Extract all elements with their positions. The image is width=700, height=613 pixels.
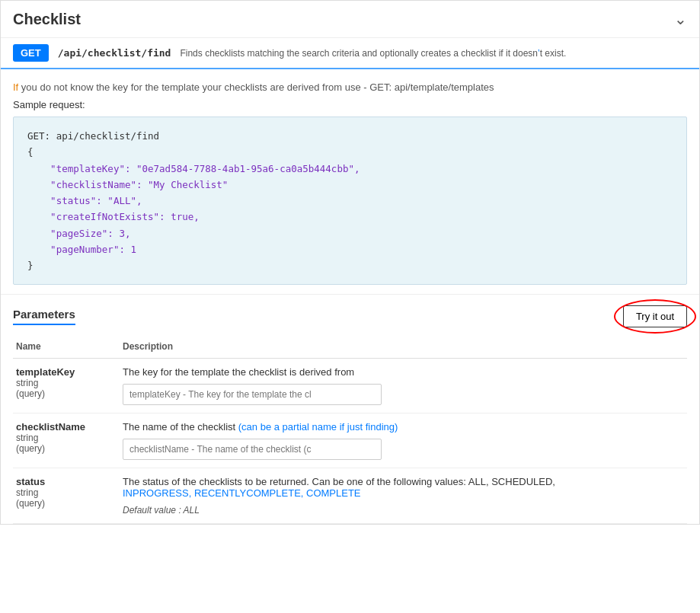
- chevron-down-icon[interactable]: ⌄: [674, 10, 687, 28]
- code-line-5: "status": "ALL",: [27, 193, 673, 209]
- table-row: checklistName string (query) The name of…: [13, 413, 687, 468]
- info-text: If you do not know the key for the templ…: [13, 81, 687, 93]
- param-location: (query): [16, 388, 117, 399]
- param-name-cell: status string (query): [13, 468, 120, 524]
- try-it-out-button[interactable]: Try it out: [623, 305, 687, 327]
- parameters-title: Parameters: [13, 308, 75, 325]
- param-desc-cell: The name of the checklist (can be a part…: [120, 413, 687, 468]
- code-line-4: "checklistName": "My Checklist": [27, 177, 673, 193]
- table-row: status string (query) The status of the …: [13, 468, 687, 524]
- default-value: Default value : ALL: [123, 505, 684, 516]
- parameters-header: Parameters Try it out: [13, 295, 687, 327]
- parameters-section: Parameters Try it out Name Description t…: [1, 295, 699, 524]
- params-table: Name Description templateKey string (que…: [13, 335, 687, 524]
- sample-label: Sample request:: [13, 99, 687, 110]
- method-badge: GET: [13, 44, 49, 62]
- param-type: string: [16, 433, 117, 443]
- param-name: checklistName: [16, 421, 117, 433]
- code-line-7: "pageSize": 3,: [27, 225, 673, 241]
- endpoint-description: Finds checklists matching the search cri…: [180, 48, 566, 59]
- checklistname-input[interactable]: [123, 439, 382, 460]
- header: Checklist ⌄: [1, 1, 699, 38]
- templatekey-input[interactable]: [123, 384, 382, 405]
- info-section: If you do not know the key for the templ…: [1, 69, 699, 295]
- param-desc-cell: The status of the checklists to be retur…: [120, 468, 687, 524]
- param-desc-cell: The key for the template the checklist i…: [120, 359, 687, 413]
- param-name-cell: checklistName string (query): [13, 413, 120, 468]
- code-line-3: "templateKey": "0e7ad584-7788-4ab1-95a6-…: [27, 161, 673, 177]
- code-block: GET: api/checklist/find { "templateKey":…: [13, 117, 687, 285]
- param-type: string: [16, 487, 117, 498]
- table-row: templateKey string (query) The key for t…: [13, 359, 687, 413]
- code-line-1: GET: api/checklist/find: [27, 128, 673, 144]
- param-name: status: [16, 476, 117, 487]
- main-container: Checklist ⌄ GET /api/checklist/find Find…: [0, 0, 700, 525]
- param-location: (query): [16, 443, 117, 454]
- endpoint-bar: GET /api/checklist/find Finds checklists…: [1, 38, 699, 69]
- code-line-9: }: [27, 257, 673, 273]
- col-name-header: Name: [13, 335, 120, 359]
- endpoint-path: /api/checklist/find: [58, 47, 171, 59]
- info-body-text: you do not know the key for the template…: [21, 81, 494, 93]
- code-line-2: {: [27, 144, 673, 160]
- partial-highlight: (can be a partial name if just finding): [238, 421, 398, 433]
- param-name: templateKey: [16, 366, 117, 378]
- param-location: (query): [16, 498, 117, 509]
- param-description: The status of the checklists to be retur…: [123, 476, 684, 499]
- try-it-out-wrapper: Try it out: [623, 305, 687, 327]
- info-orange-text: If: [13, 81, 18, 93]
- param-type: string: [16, 378, 117, 388]
- col-description-header: Description: [120, 335, 687, 359]
- param-description: The name of the checklist (can be a part…: [123, 421, 684, 433]
- status-values: INPROGRESS, RECENTLYCOMPLETE, COMPLETE: [123, 487, 361, 499]
- param-name-cell: templateKey string (query): [13, 359, 120, 413]
- param-description: The key for the template the checklist i…: [123, 366, 684, 378]
- table-header-row: Name Description: [13, 335, 687, 359]
- page-title: Checklist: [13, 11, 81, 28]
- code-line-6: "createIfNotExists": true,: [27, 209, 673, 225]
- code-line-8: "pageNumber": 1: [27, 241, 673, 257]
